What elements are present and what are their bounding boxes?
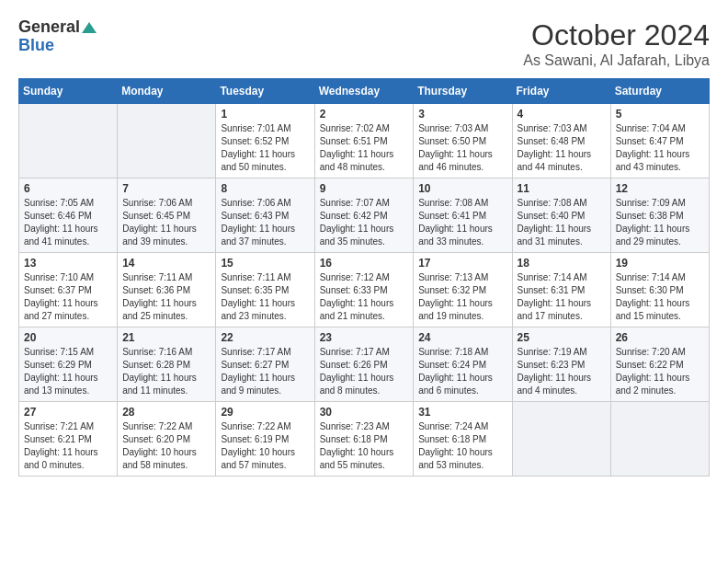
- day-info: Sunrise: 7:05 AMSunset: 6:46 PMDaylight:…: [24, 197, 112, 248]
- daylight-text: Daylight: 11 hours and 29 minutes.: [616, 224, 690, 247]
- daylight-text: Daylight: 11 hours and 4 minutes.: [518, 373, 592, 396]
- sunrise-text: Sunrise: 7:24 AM: [418, 421, 488, 431]
- sunset-text: Sunset: 6:50 PM: [418, 136, 486, 146]
- day-number: 3: [418, 108, 506, 121]
- daylight-text: Daylight: 11 hours and 0 minutes.: [24, 447, 98, 470]
- calendar-weekday-header: Saturday: [610, 79, 709, 104]
- day-info: Sunrise: 7:22 AMSunset: 6:20 PMDaylight:…: [122, 420, 210, 472]
- sunrise-text: Sunrise: 7:15 AM: [24, 347, 94, 357]
- day-info: Sunrise: 7:07 AMSunset: 6:42 PMDaylight:…: [320, 197, 409, 248]
- daylight-text: Daylight: 11 hours and 25 minutes.: [122, 298, 197, 321]
- day-number: 6: [24, 182, 112, 195]
- daylight-text: Daylight: 11 hours and 13 minutes.: [24, 373, 98, 396]
- sunrise-text: Sunrise: 7:04 AM: [616, 123, 686, 133]
- sunset-text: Sunset: 6:18 PM: [320, 434, 388, 444]
- day-number: 5: [616, 108, 704, 121]
- day-number: 26: [616, 331, 704, 344]
- day-number: 9: [320, 182, 409, 195]
- sunrise-text: Sunrise: 7:13 AM: [418, 272, 488, 282]
- calendar-day-cell: 31Sunrise: 7:24 AMSunset: 6:18 PMDayligh…: [414, 402, 512, 477]
- sunset-text: Sunset: 6:27 PM: [221, 360, 289, 370]
- day-number: 25: [518, 331, 606, 344]
- day-info: Sunrise: 7:21 AMSunset: 6:21 PMDaylight:…: [24, 420, 112, 472]
- calendar-day-cell: 16Sunrise: 7:12 AMSunset: 6:33 PMDayligh…: [314, 253, 414, 327]
- day-info: Sunrise: 7:04 AMSunset: 6:47 PMDaylight:…: [616, 122, 704, 174]
- day-info: Sunrise: 7:17 AMSunset: 6:27 PMDaylight:…: [221, 346, 309, 397]
- daylight-text: Daylight: 11 hours and 35 minutes.: [320, 224, 394, 247]
- calendar-day-cell: 4Sunrise: 7:03 AMSunset: 6:48 PMDaylight…: [512, 104, 610, 178]
- daylight-text: Daylight: 11 hours and 11 minutes.: [122, 373, 197, 396]
- calendar-weekday-header: Thursday: [414, 79, 512, 104]
- calendar-weekday-header: Tuesday: [216, 79, 314, 104]
- day-info: Sunrise: 7:03 AMSunset: 6:50 PMDaylight:…: [418, 122, 506, 174]
- calendar-header-row: SundayMondayTuesdayWednesdayThursdayFrid…: [19, 79, 710, 104]
- sunrise-text: Sunrise: 7:01 AM: [221, 123, 290, 133]
- daylight-text: Daylight: 10 hours and 57 minutes.: [221, 447, 295, 470]
- calendar-day-cell: 17Sunrise: 7:13 AMSunset: 6:32 PMDayligh…: [414, 253, 512, 327]
- sunset-text: Sunset: 6:23 PM: [518, 360, 586, 370]
- sunrise-text: Sunrise: 7:05 AM: [24, 198, 94, 208]
- day-info: Sunrise: 7:10 AMSunset: 6:37 PMDaylight:…: [24, 271, 112, 323]
- day-info: Sunrise: 7:24 AMSunset: 6:18 PMDaylight:…: [418, 420, 506, 472]
- sunrise-text: Sunrise: 7:03 AM: [418, 123, 488, 133]
- sunset-text: Sunset: 6:24 PM: [418, 360, 486, 370]
- day-info: Sunrise: 7:23 AMSunset: 6:18 PMDaylight:…: [320, 420, 409, 472]
- sunrise-text: Sunrise: 7:17 AM: [320, 347, 390, 357]
- sunrise-text: Sunrise: 7:18 AM: [418, 347, 488, 357]
- sunrise-text: Sunrise: 7:12 AM: [320, 272, 390, 282]
- day-info: Sunrise: 7:06 AMSunset: 6:45 PMDaylight:…: [122, 197, 210, 248]
- day-number: 7: [122, 182, 210, 195]
- day-number: 21: [122, 331, 210, 344]
- calendar-day-cell: 22Sunrise: 7:17 AMSunset: 6:27 PMDayligh…: [216, 327, 314, 402]
- day-info: Sunrise: 7:02 AMSunset: 6:51 PMDaylight:…: [320, 122, 409, 174]
- daylight-text: Daylight: 11 hours and 31 minutes.: [518, 224, 592, 247]
- sunset-text: Sunset: 6:46 PM: [24, 211, 92, 221]
- daylight-text: Daylight: 11 hours and 19 minutes.: [418, 298, 493, 321]
- day-number: 14: [122, 257, 210, 270]
- day-info: Sunrise: 7:16 AMSunset: 6:28 PMDaylight:…: [122, 346, 210, 397]
- day-info: Sunrise: 7:08 AMSunset: 6:40 PMDaylight:…: [518, 197, 606, 248]
- sunset-text: Sunset: 6:38 PM: [616, 211, 684, 221]
- day-info: Sunrise: 7:14 AMSunset: 6:31 PMDaylight:…: [518, 271, 606, 323]
- day-number: 15: [221, 257, 309, 270]
- calendar-day-cell: 7Sunrise: 7:06 AMSunset: 6:45 PMDaylight…: [118, 178, 216, 253]
- sunrise-text: Sunrise: 7:14 AM: [616, 272, 686, 282]
- calendar-day-cell: 27Sunrise: 7:21 AMSunset: 6:21 PMDayligh…: [19, 402, 118, 477]
- sunrise-text: Sunrise: 7:08 AM: [418, 198, 488, 208]
- logo-blue-text: Blue: [18, 37, 97, 55]
- calendar-weekday-header: Monday: [118, 79, 216, 104]
- sunset-text: Sunset: 6:20 PM: [122, 434, 190, 444]
- sunset-text: Sunset: 6:18 PM: [418, 434, 486, 444]
- month-title: October 2024: [523, 18, 710, 52]
- daylight-text: Daylight: 11 hours and 44 minutes.: [518, 149, 592, 172]
- calendar-day-cell: [19, 104, 118, 178]
- daylight-text: Daylight: 11 hours and 48 minutes.: [320, 149, 394, 172]
- day-info: Sunrise: 7:08 AMSunset: 6:41 PMDaylight:…: [418, 197, 506, 248]
- sunset-text: Sunset: 6:43 PM: [221, 211, 289, 221]
- sunset-text: Sunset: 6:42 PM: [320, 211, 388, 221]
- day-number: 24: [418, 331, 506, 344]
- daylight-text: Daylight: 11 hours and 43 minutes.: [616, 149, 690, 172]
- day-info: Sunrise: 7:09 AMSunset: 6:38 PMDaylight:…: [616, 197, 704, 248]
- calendar-day-cell: 8Sunrise: 7:06 AMSunset: 6:43 PMDaylight…: [216, 178, 314, 253]
- sunset-text: Sunset: 6:40 PM: [518, 211, 586, 221]
- daylight-text: Daylight: 11 hours and 33 minutes.: [418, 224, 493, 247]
- daylight-text: Daylight: 11 hours and 23 minutes.: [221, 298, 295, 321]
- day-info: Sunrise: 7:03 AMSunset: 6:48 PMDaylight:…: [518, 122, 606, 174]
- sunset-text: Sunset: 6:45 PM: [122, 211, 190, 221]
- daylight-text: Daylight: 11 hours and 37 minutes.: [221, 224, 295, 247]
- day-info: Sunrise: 7:01 AMSunset: 6:52 PMDaylight:…: [221, 122, 309, 174]
- sunrise-text: Sunrise: 7:16 AM: [122, 347, 192, 357]
- daylight-text: Daylight: 11 hours and 15 minutes.: [616, 298, 690, 321]
- sunrise-text: Sunrise: 7:11 AM: [122, 272, 192, 282]
- daylight-text: Daylight: 11 hours and 39 minutes.: [122, 224, 197, 247]
- page-header: General Blue October 2024 As Sawani, Al …: [18, 18, 710, 69]
- calendar-weekday-header: Sunday: [19, 79, 118, 104]
- sunset-text: Sunset: 6:28 PM: [122, 360, 190, 370]
- calendar-day-cell: 15Sunrise: 7:11 AMSunset: 6:35 PMDayligh…: [216, 253, 314, 327]
- sunrise-text: Sunrise: 7:20 AM: [616, 347, 686, 357]
- day-number: 16: [320, 257, 409, 270]
- calendar-day-cell: [610, 402, 709, 477]
- day-number: 30: [320, 406, 409, 419]
- calendar-day-cell: 5Sunrise: 7:04 AMSunset: 6:47 PMDaylight…: [610, 104, 709, 178]
